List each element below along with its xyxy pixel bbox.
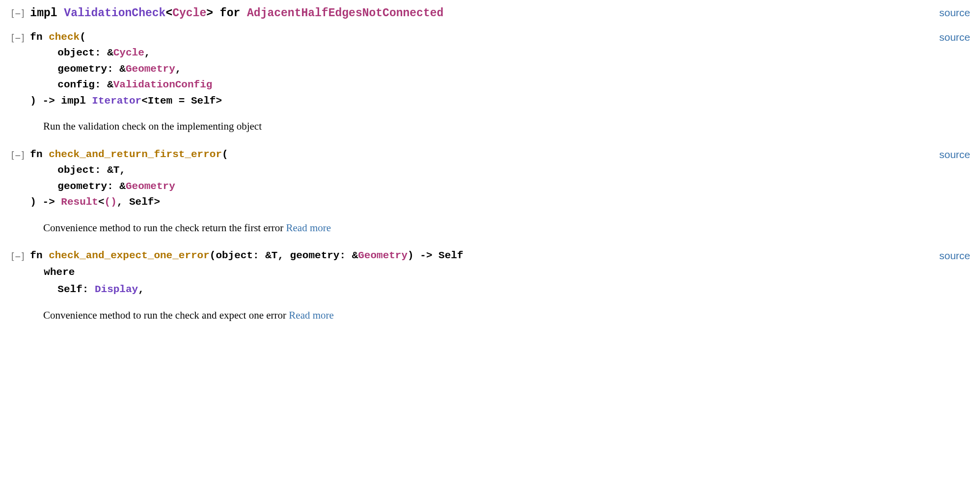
type-link-result[interactable]: Result bbox=[61, 196, 98, 208]
paren-open: ( bbox=[80, 31, 86, 43]
read-more-link[interactable]: Read more bbox=[286, 222, 331, 234]
type-link-geometry[interactable]: Geometry bbox=[126, 63, 175, 75]
fn-name-check-first[interactable]: check_and_return_first_error bbox=[49, 149, 222, 160]
source-link[interactable]: source bbox=[939, 5, 970, 21]
trait-link-display[interactable]: Display bbox=[95, 284, 138, 295]
return-arrow: ) -> impl bbox=[30, 95, 92, 107]
collapse-toggle-icon[interactable]: [−] bbox=[10, 6, 25, 21]
return-arrow: ) -> bbox=[30, 196, 61, 208]
comma: , bbox=[175, 63, 182, 75]
trait-link-validationcheck[interactable]: ValidationCheck bbox=[64, 7, 165, 20]
comma: , bbox=[144, 47, 151, 58]
return-rest: <Item = Self> bbox=[141, 95, 222, 107]
fn-keyword: fn bbox=[30, 31, 49, 43]
fn-name-check[interactable]: check bbox=[49, 31, 80, 43]
return-self: ) -> Self bbox=[408, 250, 463, 261]
for-keyword: for bbox=[213, 7, 247, 20]
collapse-toggle-icon[interactable]: [−] bbox=[10, 249, 25, 264]
trait-link-iterator[interactable]: Iterator bbox=[92, 95, 141, 107]
impl-keyword: impl bbox=[30, 7, 64, 20]
angle-open: < bbox=[98, 196, 105, 208]
param-config: config: & bbox=[57, 79, 113, 90]
collapse-toggle-icon[interactable]: [−] bbox=[10, 148, 25, 162]
doc-check-first: Convenience method to run the check retu… bbox=[43, 220, 970, 235]
fn-check-expect-signature: fn check_and_expect_one_error(object: &T… bbox=[30, 248, 463, 298]
paren-open: ( bbox=[222, 149, 228, 160]
type-link-cycle[interactable]: Cycle bbox=[113, 47, 144, 58]
fn-keyword: fn bbox=[30, 250, 49, 261]
fn-check-signature: fn check( object: &Cycle, geometry: &Geo… bbox=[30, 29, 222, 109]
param-object: object: &T, bbox=[57, 164, 126, 176]
type-link-unit[interactable]: () bbox=[105, 196, 117, 208]
read-more-link[interactable]: Read more bbox=[289, 309, 334, 321]
collapse-toggle-icon[interactable]: [−] bbox=[10, 31, 25, 45]
doc-check: Run the validation check on the implemen… bbox=[43, 119, 970, 134]
fn-name-check-expect[interactable]: check_and_expect_one_error bbox=[49, 250, 210, 261]
param-geometry: geometry: & bbox=[57, 181, 126, 192]
source-link[interactable]: source bbox=[939, 29, 970, 45]
impl-signature: impl ValidationCheck<Cycle> for Adjacent… bbox=[30, 5, 443, 23]
doc-text: Convenience method to run the check and … bbox=[43, 309, 289, 321]
type-link-adjacenthalfedges[interactable]: AdjacentHalfEdgesNotConnected bbox=[247, 7, 443, 20]
fn-keyword: fn bbox=[30, 149, 49, 160]
doc-check-expect: Convenience method to run the check and … bbox=[43, 308, 970, 323]
type-link-cycle[interactable]: Cycle bbox=[172, 7, 206, 20]
type-link-geometry[interactable]: Geometry bbox=[358, 250, 408, 261]
return-rest: , Self> bbox=[117, 196, 160, 208]
params-inline: (object: &T, geometry: & bbox=[210, 250, 358, 261]
comma: , bbox=[138, 284, 144, 295]
param-geometry: geometry: & bbox=[57, 63, 126, 75]
doc-text: Convenience method to run the check retu… bbox=[43, 222, 286, 234]
where-keyword: where bbox=[44, 267, 75, 278]
type-link-geometry[interactable]: Geometry bbox=[126, 181, 175, 192]
source-link[interactable]: source bbox=[939, 248, 970, 264]
param-object: object: & bbox=[57, 47, 113, 58]
fn-check-first-signature: fn check_and_return_first_error( object:… bbox=[30, 147, 228, 211]
angle-close: > bbox=[206, 7, 213, 20]
where-self: Self: bbox=[57, 284, 95, 295]
angle-open: < bbox=[165, 7, 172, 20]
type-link-validationconfig[interactable]: ValidationConfig bbox=[113, 79, 213, 90]
source-link[interactable]: source bbox=[939, 147, 970, 162]
